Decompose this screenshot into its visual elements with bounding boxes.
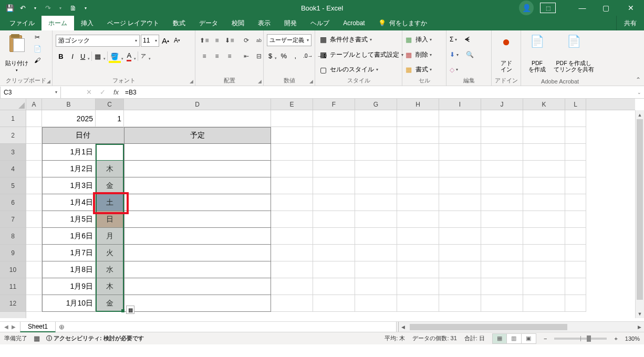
undo-dd-icon[interactable]: ▾ (30, 3, 40, 13)
macro-record-icon[interactable]: ▦ (34, 334, 40, 342)
view-page-layout-icon[interactable]: ▥ (507, 333, 522, 344)
cell[interactable] (565, 278, 586, 295)
cell[interactable] (271, 228, 313, 245)
merge-center-icon[interactable]: ⊟ (253, 51, 265, 61)
underline-button[interactable]: U (79, 50, 90, 62)
cell[interactable] (439, 211, 481, 228)
cell[interactable] (523, 194, 565, 211)
insert-cells-button[interactable]: ▦挿入 ▾ (406, 33, 432, 46)
tab-developer[interactable]: 開発 (277, 16, 304, 30)
cell[interactable] (271, 127, 313, 144)
col-header[interactable]: K (523, 99, 565, 110)
sort-filter-icon[interactable]: ᗛ (464, 35, 470, 44)
wrap-text-icon[interactable]: ab (253, 35, 265, 46)
cell[interactable] (355, 261, 397, 278)
align-launcher-icon[interactable]: ◢ (258, 79, 262, 84)
create-pdf-button[interactable]: 📄 PDF を作成 (524, 32, 550, 74)
close-button[interactable]: ✕ (618, 0, 644, 16)
cell[interactable] (523, 278, 565, 295)
cell[interactable] (397, 177, 439, 194)
cell[interactable] (355, 245, 397, 261)
cell[interactable] (565, 177, 586, 194)
cell[interactable] (397, 245, 439, 261)
cell[interactable] (523, 228, 565, 245)
cell[interactable] (271, 161, 313, 177)
col-header[interactable]: J (481, 99, 523, 110)
cell[interactable] (355, 127, 397, 144)
sheet-nav-prev-icon[interactable]: ◀ (4, 324, 8, 330)
cell[interactable] (481, 228, 523, 245)
sheet-tab[interactable]: Sheet1 (20, 322, 56, 332)
cell[interactable] (523, 295, 565, 312)
col-header[interactable]: F (313, 99, 355, 110)
cell[interactable] (26, 161, 42, 177)
increase-font-icon[interactable]: A▴ (160, 35, 171, 46)
cell[interactable]: 水 (96, 144, 124, 161)
cell[interactable] (481, 278, 523, 295)
increase-decimal-icon[interactable]: .0→ (302, 50, 314, 61)
number-launcher-icon[interactable]: ◢ (309, 79, 313, 84)
cell[interactable] (271, 211, 313, 228)
cell[interactable] (439, 127, 481, 144)
cell[interactable]: 1月7日 (42, 245, 96, 261)
cell[interactable] (439, 177, 481, 194)
select-all-corner[interactable] (0, 99, 26, 110)
cell[interactable] (439, 161, 481, 177)
row-header[interactable]: 5 (0, 177, 26, 194)
cell[interactable] (313, 144, 355, 161)
zoom-slider[interactable] (554, 338, 607, 340)
row-header[interactable]: 6 (0, 194, 26, 211)
cell[interactable] (124, 295, 271, 312)
cell[interactable] (397, 228, 439, 245)
cell[interactable] (397, 127, 439, 144)
cell[interactable] (313, 228, 355, 245)
cell[interactable] (565, 194, 586, 211)
view-page-break-icon[interactable]: ▣ (522, 333, 536, 344)
add-sheet-icon[interactable]: ⊕ (56, 323, 67, 331)
autofill-options-icon[interactable]: ▦ (126, 306, 134, 314)
tab-insert[interactable]: 挿入 (74, 16, 100, 30)
row-header[interactable]: 7 (0, 211, 26, 228)
name-box[interactable]: C3 ▾ (0, 87, 61, 98)
cell[interactable]: 1月10日 (42, 295, 96, 312)
cell[interactable] (439, 110, 481, 127)
cell[interactable] (26, 245, 42, 261)
tab-help[interactable]: ヘルプ (304, 16, 336, 30)
cell[interactable] (26, 211, 42, 228)
align-top-icon[interactable]: ⬆≡ (199, 35, 210, 46)
copy-icon[interactable]: 📄 (33, 44, 42, 54)
cell[interactable] (439, 194, 481, 211)
cell[interactable] (523, 245, 565, 261)
scroll-down-icon[interactable]: ▼ (636, 309, 644, 318)
cell[interactable] (565, 110, 586, 127)
borders-button[interactable]: ▦ (93, 50, 106, 62)
cell[interactable] (565, 245, 586, 261)
tab-view[interactable]: 表示 (251, 16, 277, 30)
fill-button[interactable]: ⬇ ▾🔍 (450, 48, 474, 61)
comma-format-icon[interactable]: , (290, 50, 300, 61)
cell[interactable] (397, 144, 439, 161)
cell[interactable] (26, 110, 42, 127)
find-icon[interactable]: 🔍 (466, 51, 474, 58)
accessibility-status[interactable]: ⓘ アクセシビリティ: 検討が必要です (46, 334, 144, 342)
clipboard-launcher-icon[interactable]: ◢ (47, 79, 50, 84)
align-center-icon[interactable]: ≡ (211, 51, 223, 61)
cell[interactable] (481, 144, 523, 161)
cell[interactable] (565, 211, 586, 228)
cell[interactable] (313, 194, 355, 211)
cell[interactable] (124, 194, 271, 211)
undo-icon[interactable]: ↶ (18, 3, 27, 13)
cell[interactable] (481, 194, 523, 211)
cell[interactable] (26, 228, 42, 245)
col-header[interactable]: D (124, 99, 271, 110)
cell[interactable] (313, 127, 355, 144)
cell[interactable]: 1月1日 (42, 144, 96, 161)
cell[interactable] (313, 295, 355, 312)
cell[interactable] (523, 127, 565, 144)
row-header[interactable]: 10 (0, 261, 26, 278)
scroll-thumb[interactable] (410, 324, 567, 330)
cell[interactable] (565, 144, 586, 161)
save-icon[interactable]: 💾 (5, 3, 15, 13)
cell[interactable] (481, 161, 523, 177)
align-middle-icon[interactable]: ≡ (211, 35, 223, 46)
